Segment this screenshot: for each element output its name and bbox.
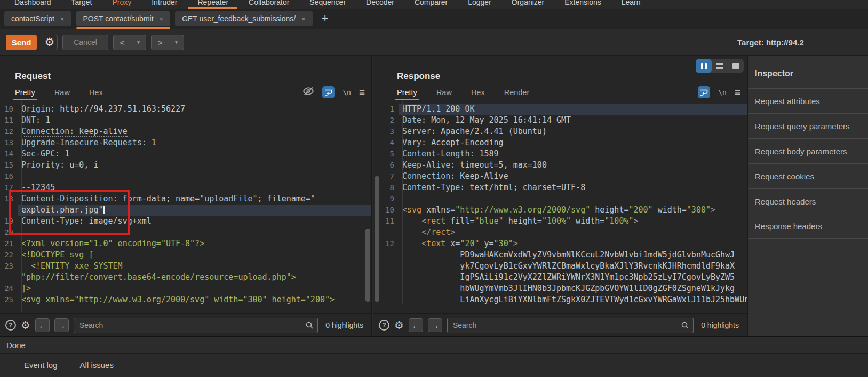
search-next-button[interactable]: →	[428, 318, 442, 332]
line-text: Origin: http://94.237.51.163:56227	[18, 104, 371, 115]
newline-toggle-icon[interactable]: \n	[343, 88, 351, 96]
code-segment: ; filename=	[258, 194, 310, 203]
inspector-section-request-cookies[interactable]: Request cookies	[748, 163, 868, 189]
editor-menu-icon[interactable]: ≡	[359, 89, 365, 96]
line-number: 12	[0, 126, 18, 137]
view-tab-pretty[interactable]: Pretty	[15, 88, 35, 97]
code-segment: "http://www.w3.org/2000/svg"	[455, 205, 590, 215]
menu-item-logger[interactable]: Logger	[458, 0, 501, 9]
code-line: 22<!DOCTYPE svg [	[0, 249, 371, 261]
bottom-event-log[interactable]: Event log	[24, 360, 58, 377]
search-settings-gear-icon[interactable]: ⚙	[394, 319, 404, 332]
inspector-section-request-body-parameters[interactable]: Request body parameters	[748, 138, 868, 163]
menu-item-target[interactable]: Target	[61, 0, 102, 9]
help-icon[interactable]: ?	[379, 320, 389, 331]
code-line: "php://filter/convert.base64-encode/reso…	[0, 272, 371, 283]
newline-toggle-icon[interactable]: \n	[718, 88, 727, 96]
inspector-sections: Request attributesRequest query paramete…	[748, 88, 868, 239]
search-prev-button[interactable]: ←	[409, 318, 423, 332]
view-tab-hex[interactable]: Hex	[89, 88, 103, 97]
menu-item-organizer[interactable]: Organizer	[501, 0, 554, 9]
forward-arrow-icon[interactable]: >	[152, 35, 169, 50]
hide-nonprinting-eye-icon[interactable]	[302, 87, 314, 98]
cancel-button[interactable]: Cancel	[62, 35, 108, 50]
code-segment: Mon, 12 May 2025 16:41:14 GMT	[426, 115, 571, 125]
help-icon[interactable]: ?	[5, 320, 16, 331]
code-segment: "20"	[460, 239, 479, 248]
inspector-section-request-headers[interactable]: Request headers	[748, 189, 868, 214]
search-settings-gear-icon[interactable]: ⚙	[21, 319, 30, 332]
menu-item-dashboard[interactable]: Dashboard	[4, 0, 61, 9]
tab-close-icon[interactable]: ×	[301, 15, 306, 23]
response-scrollbar[interactable]	[375, 176, 379, 302]
line-text: HTTP/1.1 200 OK	[399, 104, 747, 115]
code-segment: svg	[407, 205, 421, 215]
new-tab-button[interactable]: +	[322, 13, 329, 24]
line-text: </rect>	[399, 227, 747, 238]
document-tab[interactable]: GET user_feedback_submissions/×	[175, 11, 313, 26]
line-text	[18, 171, 371, 182]
menu-item-collaborator[interactable]: Collaborator	[238, 0, 299, 9]
request-highlights-count: 0 highlights	[323, 321, 366, 329]
tab-close-icon[interactable]: ×	[60, 15, 65, 23]
search-prev-button[interactable]: ←	[35, 318, 50, 332]
send-settings-gear-icon[interactable]: ⚙	[42, 35, 58, 50]
code-line: 4Vary: Accept-Encoding	[381, 137, 747, 148]
forward-button[interactable]: > ▾	[151, 35, 184, 50]
view-tab-pretty[interactable]: Pretty	[397, 88, 417, 97]
document-tab[interactable]: contactScript×	[4, 11, 71, 26]
tab-close-icon[interactable]: ×	[160, 15, 164, 23]
columns-layout-button[interactable]	[696, 59, 712, 73]
document-tab[interactable]: POST contact/submit×	[76, 11, 171, 26]
code-line: 1HTTP/1.1 200 OK	[381, 104, 747, 115]
forward-dropdown-icon[interactable]: ▾	[169, 35, 184, 50]
code-segment: Priority:	[21, 160, 65, 170]
response-icon-row: \n ≡	[698, 86, 740, 98]
single-layout-button[interactable]	[728, 59, 744, 73]
view-tab-raw[interactable]: Raw	[436, 88, 452, 97]
editor-menu-icon[interactable]: ≡	[735, 89, 740, 96]
menu-item-proxy[interactable]: Proxy	[102, 0, 141, 9]
back-dropdown-icon[interactable]: ▾	[131, 35, 146, 50]
menu-item-decoder[interactable]: Decoder	[356, 0, 404, 9]
inspector-title: Inspector	[748, 56, 868, 88]
view-tab-hex[interactable]: Hex	[471, 88, 485, 97]
line-text: Date: Mon, 12 May 2025 16:41:14 GMT	[399, 115, 747, 126]
code-segment	[402, 216, 421, 226]
line-number: 5	[381, 148, 399, 160]
code-segment: "100%"	[542, 216, 571, 226]
rows-layout-button[interactable]	[712, 59, 728, 73]
inspector-section-response-headers[interactable]: Response headers	[748, 214, 868, 239]
menu-item-learn[interactable]: Learn	[611, 0, 651, 9]
line-text: "php://filter/convert.base64-encode/reso…	[18, 272, 371, 283]
request-search-input[interactable]	[74, 318, 318, 333]
send-button[interactable]: Send	[6, 35, 37, 50]
back-arrow-icon[interactable]: <	[114, 35, 131, 50]
response-editor[interactable]: 1HTTP/1.1 200 OK2Date: Mon, 12 May 2025 …	[373, 101, 747, 304]
line-number: 14	[0, 148, 18, 160]
word-wrap-icon[interactable]	[322, 86, 335, 98]
code-segment: Connection:	[402, 171, 455, 181]
code-segment: text	[426, 239, 445, 248]
request-scrollbar[interactable]	[365, 229, 370, 302]
menu-item-comparer[interactable]: Comparer	[404, 0, 458, 9]
menu-item-sequencer[interactable]: Sequencer	[299, 0, 356, 9]
response-search-input[interactable]	[447, 318, 694, 333]
code-segment: "php://filter/convert.base64-encode/reso…	[21, 272, 296, 282]
line-number: 8	[381, 182, 399, 193]
menu-item-intruder[interactable]: Intruder	[141, 0, 187, 9]
code-segment: Server:	[402, 127, 436, 136]
code-segment: HTTP/1.1 200 OK	[402, 104, 474, 114]
menu-item-extensions[interactable]: Extensions	[554, 0, 611, 9]
view-tab-render[interactable]: Render	[504, 88, 530, 97]
repeater-toolbar: Send ⚙ Cancel < ▾ > ▾ Target: http://94.…	[0, 29, 868, 55]
inspector-section-request-attributes[interactable]: Request attributes	[748, 88, 868, 113]
word-wrap-icon[interactable]	[698, 86, 710, 98]
back-button[interactable]: < ▾	[113, 35, 146, 50]
inspector-section-request-query-parameters[interactable]: Request query parameters	[748, 113, 868, 138]
bottom-all-issues[interactable]: All issues	[80, 360, 114, 377]
search-next-button[interactable]: →	[54, 318, 69, 332]
view-tab-raw[interactable]: Raw	[54, 88, 70, 97]
menu-item-repeater[interactable]: Repeater	[187, 0, 238, 9]
code-segment: <!DOCTYPE svg [	[21, 250, 93, 260]
